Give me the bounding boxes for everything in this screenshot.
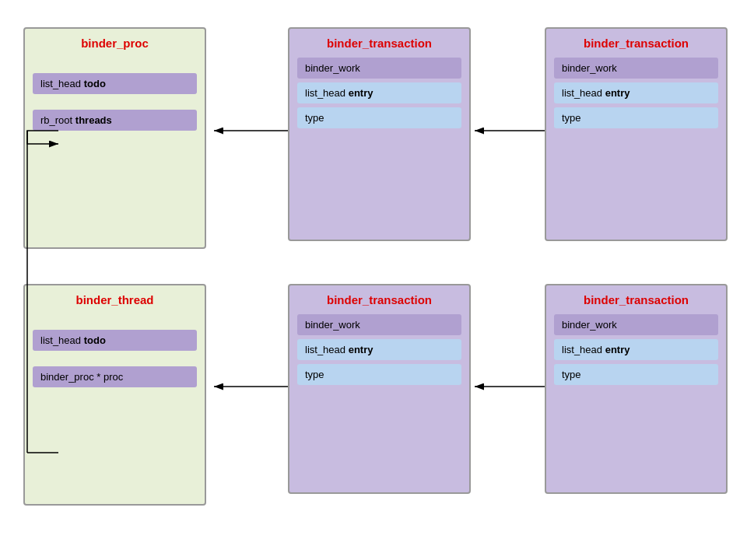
type-label-top-right: type [562, 112, 581, 124]
entry-bold-bot-mid: entry [349, 344, 374, 355]
binder-work-label-bot-mid: binder_work [305, 319, 360, 331]
binder-work-label-top-mid: binder_work [305, 62, 360, 74]
binder-transaction-bot-mid-title: binder_transaction [297, 293, 461, 306]
binder-transaction-bot-right-box: binder_transaction binder_work list_head… [545, 284, 728, 494]
binder-proc-threads-field: rb_root threads [33, 110, 197, 131]
type-label-bot-mid: type [305, 369, 324, 380]
binder-work-bot-mid: binder_work [297, 314, 461, 335]
binder-proc-box: binder_proc list_head todo rb_root threa… [23, 27, 206, 249]
entry-bot-right: list_head entry [554, 339, 718, 360]
list-head-entry-label-bot-right: list_head [562, 344, 602, 355]
binder-proc-title: binder_proc [33, 37, 197, 50]
binder-thread-title: binder_thread [33, 293, 197, 306]
diagram-container: binder_proc list_head todo rb_root threa… [0, 0, 747, 560]
list-head-entry-label-top-right: list_head [562, 87, 602, 99]
type-bot-mid: type [297, 364, 461, 385]
binder-work-top-right: binder_work [554, 58, 718, 79]
binder-thread-proc-field: binder_proc * proc [33, 366, 197, 387]
entry-bot-mid: list_head entry [297, 339, 461, 360]
list-head-label: list_head [40, 78, 81, 89]
type-top-right: type [554, 107, 718, 128]
type-label-top-mid: type [305, 112, 324, 124]
binder-work-label-bot-right: binder_work [562, 319, 617, 331]
threads-label: threads [75, 114, 112, 126]
binder-transaction-top-right-box: binder_transaction binder_work list_head… [545, 27, 728, 241]
binder-transaction-top-mid-box: binder_transaction binder_work list_head… [288, 27, 471, 241]
binder-work-label-top-right: binder_work [562, 62, 617, 74]
list-head-entry-label-top-mid: list_head [305, 87, 345, 99]
list-head-entry-label-bot-mid: list_head [305, 344, 345, 355]
entry-top-right: list_head entry [554, 82, 718, 103]
entry-top-mid: list_head entry [297, 82, 461, 103]
type-top-mid: type [297, 107, 461, 128]
rb-root-label: rb_root [40, 114, 72, 126]
binder-transaction-bot-right-title: binder_transaction [554, 293, 718, 306]
binder-work-bot-right: binder_work [554, 314, 718, 335]
type-bot-right: type [554, 364, 718, 385]
entry-bold-top-mid: entry [349, 87, 374, 99]
binder-thread-todo-field: list_head todo [33, 330, 197, 351]
binder-transaction-top-mid-title: binder_transaction [297, 37, 461, 50]
binder-transaction-top-right-title: binder_transaction [554, 37, 718, 50]
type-label-bot-right: type [562, 369, 581, 380]
binder-work-top-mid: binder_work [297, 58, 461, 79]
binder-proc-todo-field: list_head todo [33, 73, 197, 94]
proc-label: binder_proc * proc [40, 371, 123, 383]
todo-label: todo [84, 78, 106, 89]
todo-bold-thread: todo [84, 334, 106, 346]
binder-transaction-bot-mid-box: binder_transaction binder_work list_head… [288, 284, 471, 494]
entry-bold-bot-right: entry [605, 344, 630, 355]
list-head-label-thread: list_head [40, 334, 81, 346]
binder-thread-box: binder_thread list_head todo binder_proc… [23, 284, 206, 506]
entry-bold-top-right: entry [605, 87, 630, 99]
